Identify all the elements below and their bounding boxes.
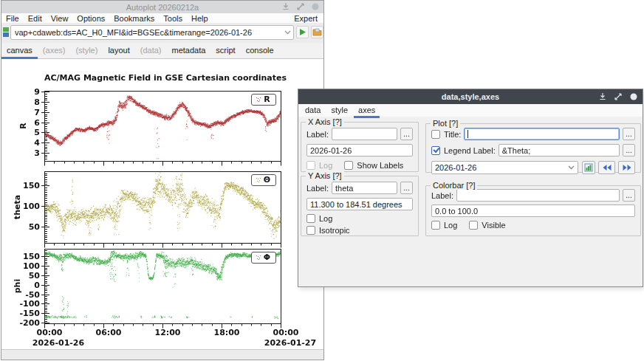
menu-file[interactable]: File: [1, 14, 24, 23]
plot-title-edit-button[interactable]: ...: [623, 128, 635, 140]
y-isotropic-checkbox[interactable]: [306, 226, 315, 235]
tab-layout[interactable]: layout: [103, 43, 134, 58]
x-tick-label: 12:00: [151, 328, 184, 337]
main-titlebar[interactable]: Autoplot 20260212a: [1, 1, 323, 13]
status-bar: [1, 349, 323, 360]
y-axis-title: theta: [13, 177, 22, 236]
menu-help[interactable]: Help: [187, 14, 213, 23]
timerange-prev-button[interactable]: [598, 161, 615, 174]
x-tick-label: 18:00: [210, 328, 243, 337]
autoplot-window: Autoplot 20260212a FileEditViewOptionsBo…: [1, 0, 324, 360]
uri-dropdown-icon[interactable]: [281, 30, 293, 35]
y-axis-group-label: Y Axis [?]: [306, 171, 344, 180]
x-axis-group-label: X Axis [?]: [306, 117, 344, 126]
tab-canvas[interactable]: canvas: [1, 43, 38, 58]
tab-style[interactable]: (style): [70, 43, 103, 58]
text-caret: [467, 130, 468, 138]
expert-mode-label[interactable]: Expert: [294, 14, 323, 23]
x-tick-label: 00:00: [33, 328, 66, 337]
x-label-edit-button[interactable]: ...: [400, 128, 413, 140]
menu-tools[interactable]: Tools: [159, 14, 187, 23]
timerange-calendar-button[interactable]: [582, 161, 595, 174]
y-axis-title: phi: [13, 256, 22, 315]
y-label-caption: Label:: [306, 184, 329, 193]
y-label-input[interactable]: theta: [332, 182, 397, 194]
uri-text: vap+cdaweb:ds=AC_H0_MFI&id=BGSEc&timeran…: [11, 28, 281, 37]
menu-circle-icon[interactable]: [311, 2, 320, 11]
y-label-edit-button[interactable]: ...: [400, 182, 413, 194]
pin-icon[interactable]: [281, 2, 290, 11]
dialog-pin-icon[interactable]: [598, 92, 607, 101]
go-button[interactable]: [296, 26, 309, 38]
plot-canvas[interactable]: [1, 59, 325, 351]
y-tick-label: 9: [15, 87, 40, 97]
plot-title-checkbox[interactable]: [431, 130, 440, 139]
resize-icon[interactable]: [296, 2, 305, 11]
timerange-next-button[interactable]: [618, 161, 635, 174]
legend-theta[interactable]: Θ: [251, 174, 276, 186]
legend-marker-icon: [256, 97, 261, 102]
tab-axes[interactable]: (axes): [38, 43, 71, 58]
legend-R[interactable]: R: [251, 94, 276, 106]
menu-bar: FileEditViewOptionsBookmarksToolsHelpExp…: [1, 13, 323, 23]
tab-data[interactable]: (data): [135, 43, 167, 58]
colorbar-label-input[interactable]: [456, 189, 620, 202]
x-date-start: 2026-01-26: [29, 338, 88, 348]
chevron-down-icon[interactable]: [564, 165, 578, 170]
legend-label: Φ: [264, 252, 270, 262]
legend-label: Θ: [264, 175, 270, 185]
colorbar-log-checkbox[interactable]: [431, 221, 440, 230]
view-tabs: canvas(axes)(style)layout(data)metadatas…: [1, 43, 323, 59]
colorbar-range-input[interactable]: 0.0 to 100.0: [431, 204, 635, 217]
uri-input[interactable]: vap+cdaweb:ds=AC_H0_MFI&id=BGSEc&timeran…: [10, 25, 294, 40]
x-tick-label: 06:00: [92, 328, 125, 337]
y-tick-label: -200: [15, 318, 40, 328]
dialog-menu-circle-icon[interactable]: [629, 92, 638, 101]
y-log-label: Log: [319, 214, 332, 223]
menu-bookmarks[interactable]: Bookmarks: [109, 14, 159, 23]
legend-marker-icon: [256, 177, 261, 182]
plot-legend-checkbox[interactable]: [431, 146, 440, 155]
address-toolbar: vap+cdaweb:ds=AC_H0_MFI&id=BGSEc&timeran…: [1, 23, 323, 43]
properties-dialog: data,style,axes datastyleaxes X Axis [?]…: [298, 89, 643, 287]
y-range-input[interactable]: 11.300 to 184.51 degrees: [306, 198, 413, 210]
legend-marker-icon: [256, 255, 261, 260]
timerange-value: 2026-01-26: [435, 163, 476, 172]
plot-legend-caption: Legend Label:: [444, 146, 496, 155]
tab-metadata[interactable]: metadata: [166, 43, 210, 58]
tab-console[interactable]: console: [241, 43, 279, 58]
x-label-input[interactable]: [332, 128, 397, 140]
plot-timerange-combo[interactable]: 2026-01-26: [431, 161, 578, 174]
dialog-resize-icon[interactable]: [614, 92, 623, 101]
menu-edit[interactable]: Edit: [24, 14, 47, 23]
y-isotropic-label: Isotropic: [319, 226, 350, 235]
plot-title-caption: Title:: [444, 130, 461, 139]
dialog-title: data,style,axes: [442, 92, 499, 101]
plot-legend-input[interactable]: &Theta;: [499, 144, 620, 157]
x-label-caption: Label:: [306, 130, 329, 139]
plot-legend-edit-button[interactable]: ...: [623, 144, 635, 157]
menu-options[interactable]: Options: [72, 14, 109, 23]
colorbar-label-edit-button[interactable]: ...: [623, 189, 635, 202]
x-show-labels-label: Show Labels: [357, 161, 403, 170]
y-log-checkbox[interactable]: [306, 214, 315, 223]
dialog-tabs: datastyleaxes: [298, 104, 643, 117]
x-log-checkbox[interactable]: [306, 161, 315, 170]
tab-script[interactable]: script: [210, 43, 240, 58]
x-tick-label: 00:00: [270, 328, 302, 337]
open-file-button[interactable]: [311, 26, 323, 38]
x-axis-group: X Axis [?] Label: ... 2026-01-26 Log Sho…: [301, 122, 419, 172]
x-show-labels-checkbox[interactable]: [344, 161, 353, 170]
legend-phi[interactable]: Φ: [251, 252, 276, 264]
colorbar-log-label: Log: [444, 221, 457, 230]
colorbar-visible-checkbox[interactable]: [469, 221, 478, 230]
dialog-tab-data[interactable]: data: [300, 104, 326, 117]
menu-view[interactable]: View: [47, 14, 73, 23]
dialog-tab-style[interactable]: style: [326, 104, 353, 117]
x-range-input[interactable]: 2026-01-26: [306, 144, 413, 157]
dialog-titlebar[interactable]: data,style,axes: [298, 89, 643, 104]
plot-title-input[interactable]: [464, 128, 620, 140]
dialog-tab-axes[interactable]: axes: [353, 104, 380, 117]
y-axis-group: Y Axis [?] Label: theta ... 11.300 to 18…: [301, 176, 419, 236]
plot-title: AC/MAG Magnetic Field in GSE Cartesian c…: [44, 73, 281, 83]
